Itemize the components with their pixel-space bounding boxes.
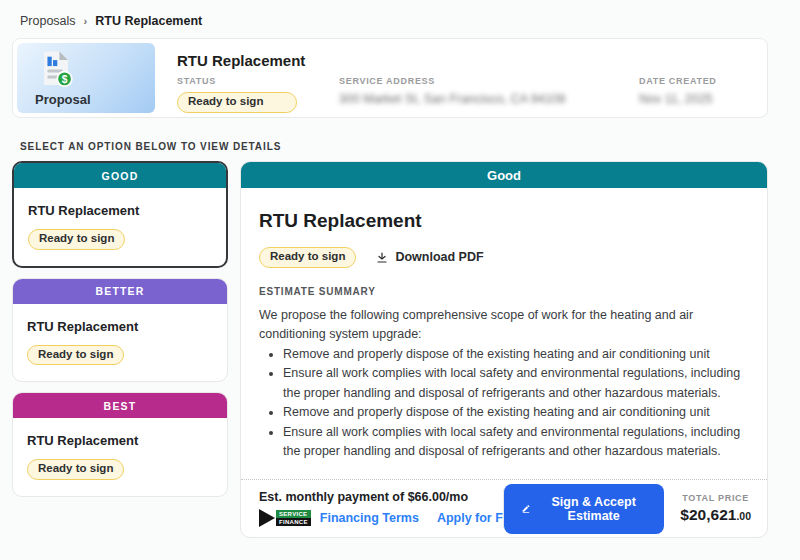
estimate-footer: Est. monthly payment of $66.00/mo SERVIC… [241, 479, 767, 537]
financing-links-row: SERVICE FINANCE Financing Terms Apply fo… [259, 509, 503, 527]
chevron-right-icon: › [84, 15, 88, 27]
option-good-status-badge: Ready to sign [28, 229, 125, 250]
estimate-summary-label: ESTIMATE SUMMARY [259, 286, 749, 297]
estimate-meta-row: Ready to sign Download PDF [259, 247, 749, 268]
option-card-good[interactable]: GOOD RTU Replacement Ready to sign [12, 161, 228, 268]
estimate-bullet: Remove and properly dispose of the exist… [283, 403, 749, 423]
date-created-label: DATE CREATED [639, 76, 717, 86]
option-good-title: RTU Replacement [28, 203, 212, 218]
estimate-title: RTU Replacement [259, 210, 749, 232]
option-best-status-badge: Ready to sign [27, 459, 124, 480]
estimate-bullet: Remove and properly dispose of the exist… [283, 345, 749, 365]
option-better-status-badge: Ready to sign [27, 345, 124, 366]
proposal-page: Proposals › RTU Replacement $ Proposal R… [0, 0, 800, 538]
signature-pen-icon [521, 502, 531, 515]
estimate-status-badge: Ready to sign [259, 247, 356, 268]
financing-section: Est. monthly payment of $66.00/mo SERVIC… [241, 480, 503, 537]
download-pdf-label: Download PDF [395, 250, 483, 264]
option-good-header: GOOD [14, 163, 226, 188]
service-address-field: SERVICE ADDRESS 300 Market St, San Franc… [339, 76, 597, 113]
service-finance-logo-line2: FINANCE [276, 518, 311, 526]
option-better-header: BETTER [13, 279, 227, 304]
service-finance-logo-line1: SERVICE [276, 510, 311, 518]
option-card-best[interactable]: BEST RTU Replacement Ready to sign [12, 392, 228, 497]
option-best-title: RTU Replacement [27, 433, 213, 448]
proposal-header-fields: STATUS Ready to sign SERVICE ADDRESS 300… [177, 76, 741, 113]
breadcrumb-proposals-link[interactable]: Proposals [20, 14, 76, 28]
proposal-tile-label: Proposal [35, 92, 91, 107]
estimate-bullet: Ensure all work complies with local safe… [283, 423, 749, 462]
date-created-field: DATE CREATED Nov 11, 2025 [639, 76, 717, 113]
option-better-body: RTU Replacement Ready to sign [13, 304, 227, 382]
total-price-block: TOTAL PRICE $20,621.00 [680, 493, 751, 524]
service-finance-logo: SERVICE FINANCE [259, 509, 311, 527]
financing-terms-link[interactable]: Financing Terms [320, 511, 419, 525]
option-card-better[interactable]: BETTER RTU Replacement Ready to sign [12, 278, 228, 383]
sign-button-label: Sign & Accept Estimate [540, 495, 647, 523]
proposal-title: RTU Replacement [177, 52, 741, 69]
option-best-header: BEST [13, 393, 227, 418]
service-finance-triangle-icon [259, 509, 275, 527]
proposal-header-main: RTU Replacement STATUS Ready to sign SER… [155, 43, 763, 113]
status-label: STATUS [177, 76, 297, 86]
total-price-cents: .00 [736, 510, 751, 522]
sign-accept-estimate-button[interactable]: Sign & Accept Estimate [504, 484, 664, 534]
download-pdf-link[interactable]: Download PDF [376, 250, 483, 264]
select-option-label: SELECT AN OPTION BELOW TO VIEW DETAILS [20, 141, 768, 152]
panel-tier-header: Good [241, 162, 767, 188]
status-badge: Ready to sign [177, 92, 297, 113]
total-price-label: TOTAL PRICE [680, 493, 751, 503]
sign-section: Sign & Accept Estimate TOTAL PRICE $20,6… [504, 480, 767, 537]
service-address-label: SERVICE ADDRESS [339, 76, 597, 86]
panel-body: RTU Replacement Ready to sign Download P… [241, 188, 767, 479]
option-list: GOOD RTU Replacement Ready to sign BETTE… [12, 161, 228, 497]
proposal-document-icon: $ [35, 49, 77, 90]
content-columns: GOOD RTU Replacement Ready to sign BETTE… [12, 161, 768, 538]
proposal-tile: $ Proposal [17, 43, 155, 113]
total-price-value: $20,621.00 [680, 506, 751, 524]
service-address-value: 300 Market St, San Francisco, CA 94108 [339, 92, 597, 106]
svg-text:$: $ [62, 74, 68, 85]
estimate-bullet: Ensure all work complies with local safe… [283, 364, 749, 403]
date-created-value: Nov 11, 2025 [639, 92, 717, 106]
proposal-header-card: $ Proposal RTU Replacement STATUS Ready … [12, 38, 768, 118]
estimate-bullet-list: Remove and properly dispose of the exist… [259, 345, 749, 462]
service-finance-logo-text: SERVICE FINANCE [276, 510, 311, 526]
option-best-body: RTU Replacement Ready to sign [13, 418, 227, 496]
download-icon [376, 251, 388, 264]
estimate-detail-panel: Good RTU Replacement Ready to sign Downl… [240, 161, 768, 538]
status-field: STATUS Ready to sign [177, 76, 297, 113]
monthly-payment-text: Est. monthly payment of $66.00/mo [259, 490, 503, 504]
breadcrumb-current: RTU Replacement [95, 14, 202, 28]
option-better-title: RTU Replacement [27, 319, 213, 334]
option-good-body: RTU Replacement Ready to sign [14, 188, 226, 266]
breadcrumb: Proposals › RTU Replacement [0, 0, 800, 38]
estimate-intro: We propose the following comprehensive s… [259, 306, 749, 345]
